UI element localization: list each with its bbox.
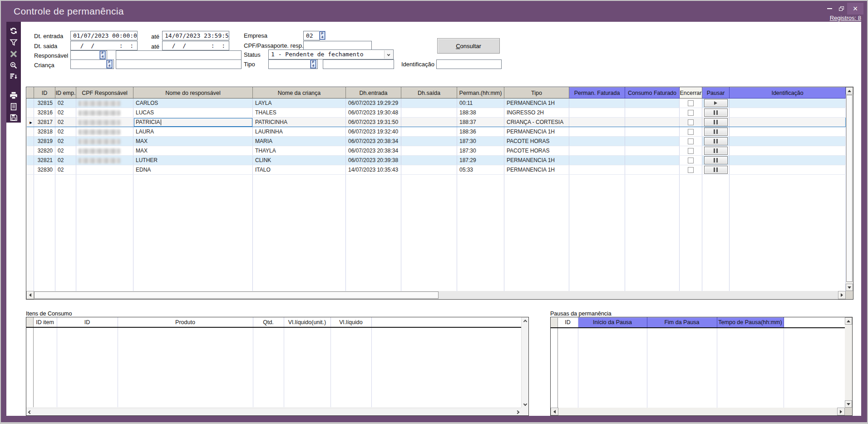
row-selector[interactable] xyxy=(27,165,34,175)
encerrar-checkbox[interactable] xyxy=(688,129,694,135)
col-produto[interactable]: Produto xyxy=(118,317,253,327)
col-tempo-pausa[interactable]: Tempo de Pausa(hh:mm) xyxy=(717,318,784,328)
zoom-button[interactable] xyxy=(9,61,18,70)
report-button[interactable] xyxy=(9,102,18,111)
encerrar-checkbox[interactable] xyxy=(688,167,694,173)
col-tipo[interactable]: Tipo xyxy=(504,88,569,99)
tipo-f4-button[interactable]: F4 xyxy=(311,60,316,68)
col-dh-entrada[interactable]: Dh.entrada xyxy=(346,88,401,99)
col-nome-crianca[interactable]: Nome da criança xyxy=(253,88,346,99)
scroll-left-button[interactable] xyxy=(26,291,34,299)
dt-saida-input[interactable]: / / : : xyxy=(70,41,138,50)
row-selector[interactable] xyxy=(27,127,34,137)
crianca-name-input[interactable] xyxy=(116,59,242,69)
encerrar-checkbox[interactable] xyxy=(688,148,694,154)
clear-filter-button[interactable] xyxy=(9,49,18,59)
col-perman-faturada[interactable]: Perman. Faturada xyxy=(569,88,625,99)
row-selector[interactable] xyxy=(27,108,34,118)
consultar-button[interactable]: Consultar xyxy=(437,38,500,54)
scroll-down-button[interactable] xyxy=(845,400,852,408)
col-id-emp[interactable]: ID emp. xyxy=(55,88,76,99)
pausar-button[interactable] xyxy=(704,147,728,155)
scroll-thumb[interactable] xyxy=(34,291,439,299)
table-row[interactable]: 32820 02 MAX THAYLA 06/07/2023 20:38:34 … xyxy=(27,146,846,156)
pausar-button[interactable] xyxy=(704,99,728,107)
table-row-selected[interactable]: ► 32817 02 PATRICIA PATRICINHA 06/07/202… xyxy=(27,118,846,127)
scroll-right-button[interactable] xyxy=(514,408,521,416)
col-vl-liquido-unit[interactable]: Vl.líquido(unit.) xyxy=(284,317,330,327)
encerrar-checkbox[interactable] xyxy=(688,119,694,125)
scroll-left-button[interactable] xyxy=(26,408,34,416)
encerrar-checkbox[interactable] xyxy=(688,138,694,144)
pausar-button[interactable] xyxy=(704,108,728,117)
scroll-down-button[interactable] xyxy=(846,284,853,291)
scroll-up-button[interactable] xyxy=(846,87,853,94)
scroll-up-button[interactable] xyxy=(845,317,852,325)
col-id[interactable]: ID xyxy=(34,88,55,99)
save-button[interactable] xyxy=(9,113,18,122)
responsavel-f4-button[interactable]: F4 xyxy=(100,51,105,59)
restore-button[interactable] xyxy=(834,3,848,15)
col-id[interactable]: ID xyxy=(557,318,578,328)
col-fim-pausa[interactable]: Fim da Pausa xyxy=(647,318,717,328)
col-perman[interactable]: Perman.(hh:mm) xyxy=(457,88,504,99)
grid-horizontal-scrollbar[interactable] xyxy=(26,291,846,299)
col-id[interactable]: ID xyxy=(57,317,118,327)
dt-entrada-input[interactable]: 01/07/2023 00:00:00 xyxy=(70,31,138,40)
row-selector[interactable] xyxy=(27,99,34,108)
sort-button[interactable] xyxy=(9,72,18,81)
scroll-right-button[interactable] xyxy=(838,291,846,299)
col-pausar[interactable]: Pausar xyxy=(702,88,730,99)
table-row[interactable]: 32819 02 MAX MARIA 06/07/2023 20:38:34 1… xyxy=(27,137,846,146)
close-button[interactable]: × xyxy=(847,3,863,15)
col-encerrar[interactable]: Encerrar xyxy=(680,88,702,99)
table-row[interactable]: 32821 02 LUTHER CLINK 06/07/2023 20:39:3… xyxy=(27,156,846,165)
col-nome-responsavel[interactable]: Nome do responsável xyxy=(133,88,253,99)
responsavel-name-input[interactable] xyxy=(116,50,242,60)
status-select[interactable]: 1 - Pendente de fechamento xyxy=(268,49,394,59)
scroll-down-button[interactable] xyxy=(522,400,529,408)
chevron-down-icon[interactable] xyxy=(384,50,393,59)
pausar-button[interactable] xyxy=(704,156,728,164)
encerrar-checkbox[interactable] xyxy=(688,158,694,163)
scroll-left-button[interactable] xyxy=(551,408,558,415)
row-selector[interactable] xyxy=(27,137,34,146)
identificacao-input[interactable] xyxy=(436,59,502,69)
empresa-f4-button[interactable]: F4 xyxy=(320,31,325,39)
col-qtd[interactable]: Qtd. xyxy=(253,317,284,327)
col-consumo-faturado[interactable]: Consumo Faturado xyxy=(625,88,680,99)
row-selector[interactable]: ► xyxy=(27,118,34,127)
tipo-name-input[interactable] xyxy=(323,59,394,69)
grid-vertical-scrollbar[interactable] xyxy=(846,87,853,291)
print-button[interactable] xyxy=(9,91,18,100)
cell-nome-resp-editing[interactable]: PATRICIA xyxy=(133,118,253,127)
filter-button[interactable] xyxy=(9,38,18,47)
dt-saida-ate-input[interactable]: / / : : xyxy=(162,41,229,50)
table-row[interactable]: 32830 02 EDNA ITALO 14/07/2023 10:35:43 … xyxy=(27,165,846,175)
scroll-right-button[interactable] xyxy=(837,408,845,415)
col-dh-saida[interactable]: Dh.saída xyxy=(401,88,457,99)
scroll-thumb[interactable] xyxy=(846,95,853,282)
pausas-vertical-scrollbar[interactable] xyxy=(845,317,852,408)
registros-link[interactable]: Registros: 8 xyxy=(768,15,861,21)
col-id-item[interactable]: ID item xyxy=(33,317,57,327)
row-selector[interactable] xyxy=(27,156,34,165)
pausar-button[interactable] xyxy=(704,118,728,126)
pausar-button[interactable] xyxy=(704,166,728,174)
refresh-button[interactable] xyxy=(9,26,18,35)
col-vl-liquido[interactable]: Vl.líquido xyxy=(330,317,371,327)
scroll-up-button[interactable] xyxy=(522,317,529,325)
dt-entrada-ate-input[interactable]: 14/07/2023 23:59:59 xyxy=(162,31,229,40)
col-identificacao[interactable]: Identificação xyxy=(730,88,846,99)
encerrar-checkbox[interactable] xyxy=(688,110,694,116)
itens-vertical-scrollbar[interactable] xyxy=(521,317,528,408)
row-selector[interactable] xyxy=(27,146,34,156)
itens-horizontal-scrollbar[interactable] xyxy=(26,408,521,415)
table-row[interactable]: 32815 02 CARLOS LAYLA 06/07/2023 19:29:2… xyxy=(27,99,846,108)
crianca-f4-button[interactable]: F4 xyxy=(107,60,112,68)
pausar-button[interactable] xyxy=(704,137,728,145)
pausas-horizontal-scrollbar[interactable] xyxy=(551,408,845,415)
table-row[interactable]: 32816 02 LUCAS THALES 06/07/2023 19:30:4… xyxy=(27,108,846,118)
empresa-input[interactable]: 02 xyxy=(303,31,320,40)
pausar-button[interactable] xyxy=(704,128,728,136)
